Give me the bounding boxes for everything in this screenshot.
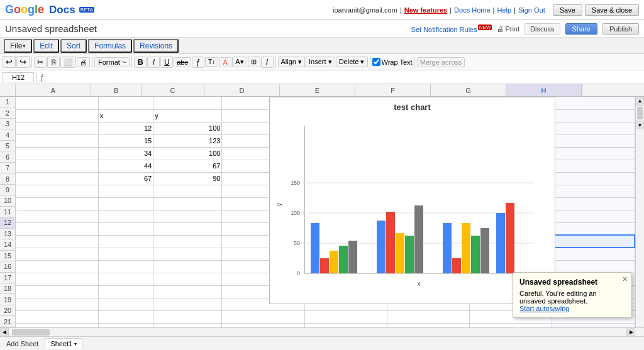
cell-C9[interactable]	[153, 197, 222, 210]
cell-B18[interactable]	[98, 310, 153, 323]
cell-A2[interactable]	[16, 109, 98, 122]
cell-C18[interactable]	[153, 310, 222, 323]
help-link[interactable]: Help	[497, 6, 511, 14]
col-D[interactable]: D	[204, 84, 280, 96]
add-sheet-button[interactable]: Add Sheet	[3, 339, 42, 349]
cell-B4[interactable]: 15	[98, 134, 153, 147]
file-menu[interactable]: File ▾	[4, 39, 32, 53]
cell-G19[interactable]	[470, 323, 552, 327]
scroll-up-button[interactable]: ▲	[636, 97, 644, 106]
redo-button[interactable]: ↪	[16, 56, 30, 68]
cut-button[interactable]: ✂	[34, 57, 47, 68]
cell-A12[interactable]	[16, 235, 98, 248]
cell-C10[interactable]	[153, 210, 222, 222]
cell-H1[interactable]	[552, 97, 635, 109]
cell-B16[interactable]	[98, 285, 153, 298]
edit-menu[interactable]: Edit	[33, 39, 59, 53]
cell-B19[interactable]	[98, 323, 153, 327]
cell-H8[interactable]	[552, 185, 635, 197]
cell-C14[interactable]	[153, 260, 222, 273]
cell-B13[interactable]	[98, 248, 153, 260]
cell-H4[interactable]	[552, 134, 635, 147]
col-B[interactable]: B	[91, 84, 142, 96]
docs-home-link[interactable]: Docs Home	[454, 6, 490, 14]
cell-A5[interactable]	[16, 147, 98, 160]
cell-C2[interactable]: y	[153, 109, 222, 122]
cell-H5[interactable]	[552, 147, 635, 160]
sheet1-tab[interactable]: Sheet1 ▾	[45, 338, 82, 349]
cell-C4[interactable]: 123	[153, 134, 222, 147]
new-features-link[interactable]: New features	[404, 6, 447, 14]
col-F[interactable]: F	[355, 84, 431, 96]
cell-D19[interactable]	[222, 323, 304, 327]
cell-C3[interactable]: 100	[153, 122, 222, 134]
next-sheet-button[interactable]: ▶	[626, 328, 635, 337]
cell-ref-input[interactable]	[3, 72, 34, 82]
wrap-text-checkbox[interactable]	[372, 58, 380, 66]
cell-D18[interactable]	[222, 310, 304, 323]
italic-button[interactable]: I	[147, 57, 160, 68]
format-button[interactable]: Format ~	[94, 57, 130, 67]
h-scroll-thumb[interactable]	[12, 329, 50, 336]
cell-B11[interactable]	[98, 222, 153, 235]
strikethrough-button[interactable]: abc	[174, 57, 191, 67]
col-C[interactable]: C	[142, 84, 204, 96]
border-button[interactable]: ⊞	[248, 57, 260, 67]
cell-C8[interactable]	[153, 185, 222, 197]
cell-H19[interactable]	[552, 323, 635, 327]
cell-B5[interactable]: 34	[98, 147, 153, 160]
formulas-menu[interactable]: Formulas	[88, 39, 132, 53]
cell-A11[interactable]	[16, 222, 98, 235]
insert-button[interactable]: Insert ▾	[306, 57, 335, 67]
textsize-button[interactable]: T↕	[205, 57, 218, 67]
cell-B15[interactable]	[98, 273, 153, 285]
cell-F19[interactable]	[387, 323, 469, 327]
cell-A6[interactable]	[16, 160, 98, 172]
cell-H11[interactable]	[552, 222, 635, 235]
sort-menu[interactable]: Sort	[60, 39, 87, 53]
cell-C1[interactable]	[153, 97, 222, 109]
cell-H3[interactable]	[552, 122, 635, 134]
cell-C19[interactable]	[153, 323, 222, 327]
color-a-button[interactable]: A	[219, 57, 231, 67]
cell-E18[interactable]	[304, 310, 387, 323]
scroll-track[interactable]	[9, 328, 626, 336]
delete-button[interactable]: Delete ▾	[336, 57, 368, 67]
col-H[interactable]: H	[506, 84, 582, 96]
cell-C13[interactable]	[153, 248, 222, 260]
underline-button[interactable]: U	[160, 57, 173, 68]
tooltip-close-button[interactable]: ×	[623, 275, 628, 283]
cell-A4[interactable]	[16, 134, 98, 147]
undo-button[interactable]: ↩	[3, 56, 16, 68]
prev-sheet-button[interactable]: ◀	[0, 328, 9, 337]
share-button[interactable]: Share	[565, 23, 597, 35]
col-A[interactable]: A	[16, 84, 91, 96]
cell-B8[interactable]	[98, 185, 153, 197]
print-tb-button[interactable]: 🖨	[77, 57, 90, 67]
cell-B9[interactable]	[98, 197, 153, 210]
cell-C17[interactable]	[153, 298, 222, 310]
align-button[interactable]: Align ▾	[278, 57, 306, 67]
cell-C12[interactable]	[153, 235, 222, 248]
cell-A13[interactable]	[16, 248, 98, 260]
cell-H12-selected[interactable]	[552, 235, 635, 248]
cell-A16[interactable]	[16, 285, 98, 298]
cell-E19[interactable]	[304, 323, 387, 327]
cell-C15[interactable]	[153, 273, 222, 285]
paste-button[interactable]: ⬜	[60, 57, 76, 68]
scroll-down-button[interactable]: ▼	[636, 121, 644, 129]
cell-A14[interactable]	[16, 260, 98, 273]
cell-H13[interactable]	[552, 248, 635, 260]
bold-button[interactable]: B	[134, 57, 147, 68]
start-autosaving-link[interactable]: Start autosaving	[519, 305, 570, 312]
color-b-button[interactable]: A▾	[232, 57, 247, 67]
cell-B14[interactable]	[98, 260, 153, 273]
col-E[interactable]: E	[280, 84, 355, 96]
vertical-scrollbar[interactable]: ▲ ▼	[635, 97, 644, 327]
formula-input[interactable]	[47, 74, 641, 81]
cell-H10[interactable]	[552, 210, 635, 222]
cell-B3[interactable]: 12	[98, 122, 153, 134]
cell-A17[interactable]	[16, 298, 98, 310]
cell-A1[interactable]	[16, 97, 98, 109]
scroll-thumb[interactable]	[637, 107, 643, 119]
